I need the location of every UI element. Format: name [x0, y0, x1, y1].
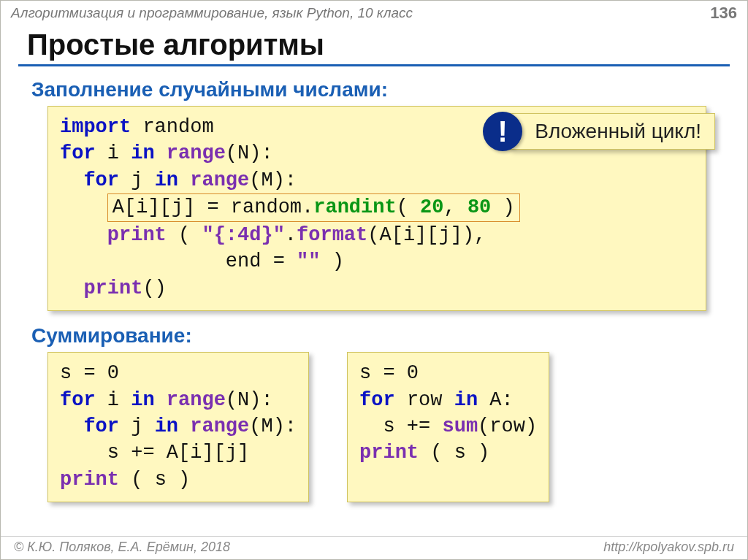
fn-randint: randint [313, 196, 396, 218]
inc-aij: s += A[i][j] [107, 442, 249, 464]
str-fmt4d: "{:4d}" [202, 224, 284, 246]
code-sum-nested: s = 0 for i in range(N): for j in range(… [47, 352, 309, 502]
str-empty: "" [297, 250, 320, 272]
code-sum-rows: s = 0 for row in A: s += sum(row) print … [347, 352, 549, 502]
kw-in-2: in [155, 169, 178, 191]
kw-end: end [226, 250, 262, 272]
mod-random: random [142, 116, 213, 138]
subhead-fill-random: Заполнение случайными числами: [31, 78, 721, 101]
kw-for-2: for [83, 169, 119, 191]
copyright: © К.Ю. Поляков, Е.А. Ерёмин, 2018 [14, 540, 230, 555]
var-j: j [131, 169, 142, 191]
callout: ! Вложенный цикл! [483, 112, 715, 151]
subhead-sum: Суммирование: [31, 324, 721, 348]
assign-line: A[i][j] = random.randint( 20, 80 ) [107, 193, 520, 221]
fn-range-2: range [190, 169, 249, 191]
mod-random-2: random [231, 196, 302, 218]
content: Заполнение случайными числами: import ra… [1, 74, 747, 536]
kw-in-1: in [131, 142, 154, 164]
kw-for-3: for [60, 389, 96, 411]
num-20: 20 [420, 196, 443, 218]
init-s-2: s = 0 [359, 362, 419, 384]
sum-row: s = 0 for i in range(N): for j in range(… [47, 352, 721, 502]
page-title: Простые алгоритмы [27, 28, 747, 61]
fn-range-1: range [167, 142, 226, 164]
exclaim-icon: ! [483, 112, 522, 151]
fn-format: format [297, 224, 367, 246]
title-rule [18, 64, 730, 66]
course-title: Алгоритмизация и программирование, язык … [11, 5, 413, 21]
slide-header: Алгоритмизация и программирование, язык … [1, 1, 747, 24]
kw-import: import [60, 116, 131, 138]
var-i: i [107, 142, 119, 164]
callout-text: Вложенный цикл! [509, 113, 715, 150]
slide-footer: © К.Ю. Поляков, Е.А. Ерёмин, 2018 http:/… [1, 536, 747, 559]
kw-for-1: for [60, 142, 96, 164]
slide: Алгоритмизация и программирование, язык … [0, 0, 748, 560]
num-80: 80 [468, 196, 491, 218]
page-number: 136 [710, 4, 737, 23]
fn-print-2: print [83, 277, 142, 299]
var-M: M [261, 169, 272, 191]
fn-print-1: print [107, 224, 167, 246]
init-s-1: s = 0 [60, 362, 119, 384]
footer-url: http://kpolyakov.spb.ru [603, 540, 734, 555]
arr-Aij: A[i][j] [112, 196, 195, 218]
var-N: N [237, 142, 249, 164]
